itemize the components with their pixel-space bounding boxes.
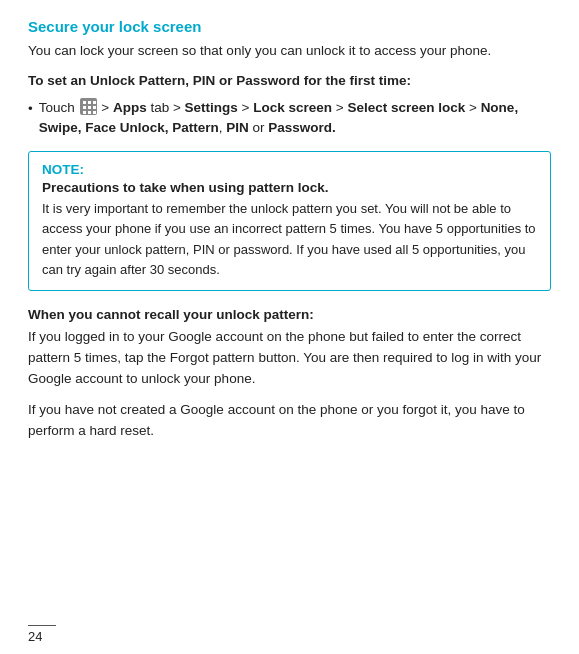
page-title: Secure your lock screen <box>28 18 551 35</box>
page-number-area: 24 <box>28 625 56 645</box>
note-label: NOTE: <box>42 162 537 177</box>
note-body: It is very important to remember the unl… <box>42 199 537 280</box>
page-number: 24 <box>28 629 42 644</box>
when-para-2: If you have not created a Google account… <box>28 400 551 442</box>
note-subheading: Precautions to take when using pattern l… <box>42 180 537 195</box>
page-container: Secure your lock screen You can lock you… <box>0 0 579 654</box>
apps-grid-icon <box>80 98 97 115</box>
page-line <box>28 625 56 627</box>
note-box: NOTE: Precautions to take when using pat… <box>28 151 551 291</box>
intro-text: You can lock your screen so that only yo… <box>28 41 551 61</box>
set-heading: To set an Unlock Pattern, PIN or Passwor… <box>28 71 551 91</box>
when-heading: When you cannot recall your unlock patte… <box>28 307 551 322</box>
bullet-dot: • <box>28 99 33 120</box>
when-para-1: If you logged in to your Google account … <box>28 327 551 390</box>
bullet-row: • Touch > Apps tab > Settings > Lock scr… <box>28 98 551 140</box>
bullet-text: Touch > Apps tab > Settings > Lock scree… <box>39 98 551 140</box>
